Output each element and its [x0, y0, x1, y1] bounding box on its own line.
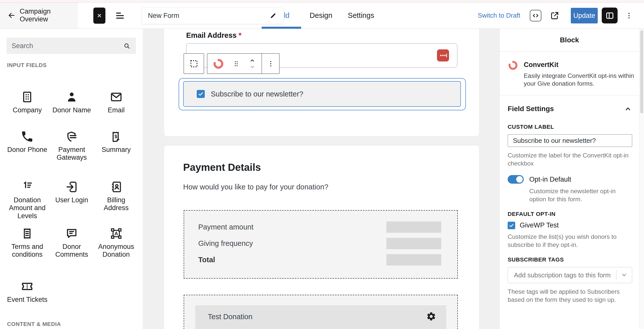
checkmark-icon	[509, 223, 514, 228]
back-arrow-icon	[8, 11, 16, 20]
field-item-label: Billing Address	[94, 196, 138, 212]
field-item-icon	[20, 90, 34, 104]
payment-summary-block[interactable]: Payment amount Giving frequency Total	[184, 210, 458, 279]
convertkit-optin-block[interactable]: Subscribe to our newsletter?	[183, 81, 461, 107]
summary-value-placeholder	[386, 254, 441, 266]
list-view-icon	[114, 10, 126, 21]
gateway-settings-gear-icon[interactable]	[426, 311, 436, 321]
field-library-item[interactable]: Terms and conditions	[5, 227, 50, 280]
summary-row-label: Giving frequency	[198, 239, 253, 248]
field-library-item[interactable]: Payment Gateways	[50, 130, 94, 180]
field-library-item[interactable]: Donor Phone	[5, 130, 50, 180]
block-name: ConvertKit	[524, 61, 558, 69]
givewp-test-label: GiveWP Test	[520, 221, 559, 229]
field-item-icon: $	[109, 130, 123, 143]
field-library-item[interactable]: Donor Comments	[50, 227, 94, 280]
field-item-icon	[20, 280, 34, 293]
back-label: Campaign Overview	[20, 8, 78, 23]
scrollbar-thumb[interactable]	[640, 30, 643, 113]
form-title-field[interactable]	[142, 7, 284, 24]
field-item-icon	[109, 90, 123, 104]
sidebar-scrollbar[interactable]	[639, 29, 644, 329]
field-settings-accordion[interactable]: Field Settings	[508, 105, 632, 113]
payment-details-subheading: How would you like to pay for your donat…	[183, 183, 328, 191]
form-section-card-top: Email Address* Subscribe to our n	[164, 29, 479, 136]
tab-design[interactable]: Design	[309, 3, 333, 28]
summary-row: Payment amount	[198, 221, 441, 233]
block-description: Easily integrate ConvertKit opt-ins with…	[524, 72, 636, 87]
update-button[interactable]: Update	[571, 8, 598, 23]
preview-external-button[interactable]	[549, 10, 560, 21]
field-item-label: Company	[13, 106, 42, 114]
form-builder-screen: Campaign Overview Build Design Settings …	[0, 0, 644, 329]
block-search-field[interactable]	[7, 38, 136, 54]
payment-section-card: Payment Details How would you like to pa…	[164, 146, 479, 329]
field-item-label: Donation Amount and Levels	[5, 196, 50, 220]
required-asterisk: *	[238, 31, 241, 39]
code-view-button[interactable]	[530, 10, 541, 21]
givewp-test-checkbox[interactable]	[508, 222, 515, 229]
convertkit-block-button[interactable]	[207, 54, 229, 74]
custom-label-label: CUSTOM LABEL	[508, 124, 632, 130]
opt-in-default-label: Opt-in Default	[529, 176, 571, 183]
field-library-item[interactable]: Company	[5, 90, 50, 130]
default-opt-in-option-row: GiveWP Test	[508, 221, 632, 229]
field-library-item[interactable]: A Anonymous Donation	[94, 227, 138, 280]
kebab-menu-icon	[624, 11, 633, 20]
field-library-item[interactable]: $ Summary	[94, 130, 138, 180]
more-options-button[interactable]	[624, 9, 634, 22]
field-library-item[interactable]: Event Tickets	[5, 280, 50, 304]
switch-to-draft-link[interactable]: Switch to Draft	[478, 3, 520, 28]
field-library-item[interactable]: Email	[94, 90, 138, 130]
block-library-sidebar: INPUT FIELDS Company Donor Name Email	[0, 29, 143, 329]
field-item-icon: A	[109, 227, 123, 240]
block-movers	[243, 54, 262, 74]
chevron-up-icon	[624, 105, 632, 113]
field-item-label: Anonymous Donation	[94, 243, 138, 259]
settings-sidebar-toggle-button[interactable]	[602, 8, 618, 23]
default-opt-in-label: DEFAULT OPT-IN	[508, 211, 632, 217]
editor-canvas: Email Address* Subscribe to our n	[143, 29, 499, 329]
subscriber-tags-select[interactable]: Add subscription tags to this form	[508, 267, 632, 283]
back-to-campaign-button[interactable]: Campaign Overview	[0, 3, 78, 28]
default-opt-in-help: Customize the list(s) you wish donors to…	[508, 233, 632, 249]
section-label-content-media: CONTENT & MEDIA	[7, 321, 61, 327]
field-library-item[interactable]: User Login	[50, 180, 94, 227]
sidebar-panel-icon	[605, 11, 615, 21]
block-options-kebab-icon	[266, 59, 275, 68]
field-settings-title: Field Settings	[508, 105, 554, 113]
summary-value-placeholder	[386, 221, 441, 233]
move-down-button[interactable]	[248, 64, 256, 70]
field-item-label: User Login	[55, 196, 88, 204]
summary-row-label: Payment amount	[198, 223, 253, 231]
custom-label-input[interactable]	[508, 134, 632, 147]
field-library-item[interactable]: Billing Address	[94, 180, 138, 227]
list-view-button[interactable]	[113, 9, 127, 22]
top-bar: Campaign Overview Build Design Settings …	[0, 3, 644, 29]
move-up-button[interactable]	[248, 57, 256, 64]
payment-gateways-block[interactable]: Test Donation	[184, 295, 458, 329]
parent-block-icon	[189, 58, 199, 69]
tab-settings[interactable]: Settings	[347, 3, 375, 28]
opt-in-default-toggle[interactable]	[508, 175, 524, 184]
summary-row: Giving frequency	[198, 238, 441, 249]
svg-text:A: A	[114, 231, 118, 236]
field-library-item[interactable]: Donor Name	[50, 90, 94, 130]
password-manager-autofill-icon[interactable]	[437, 49, 449, 61]
select-parent-block-button[interactable]	[184, 53, 204, 74]
field-item-icon	[65, 227, 78, 240]
toggle-knob	[516, 176, 523, 183]
drag-handle[interactable]	[229, 54, 243, 74]
form-title-input[interactable]	[148, 12, 269, 20]
block-settings-sidebar: Block ConvertKit Easily integrate Conver…	[499, 29, 639, 329]
svg-text:$: $	[114, 134, 117, 139]
field-item-label: Payment Gateways	[50, 146, 94, 162]
gateway-row[interactable]: Test Donation	[195, 305, 446, 329]
newsletter-checkbox[interactable]	[197, 90, 205, 98]
field-library-item[interactable]: Donation Amount and Levels	[5, 180, 50, 227]
select-chevron-zone[interactable]	[616, 271, 632, 279]
search-input[interactable]	[12, 42, 123, 50]
block-options-button[interactable]	[262, 54, 279, 74]
close-editor-button[interactable]	[93, 8, 105, 24]
field-item-icon	[65, 90, 78, 104]
